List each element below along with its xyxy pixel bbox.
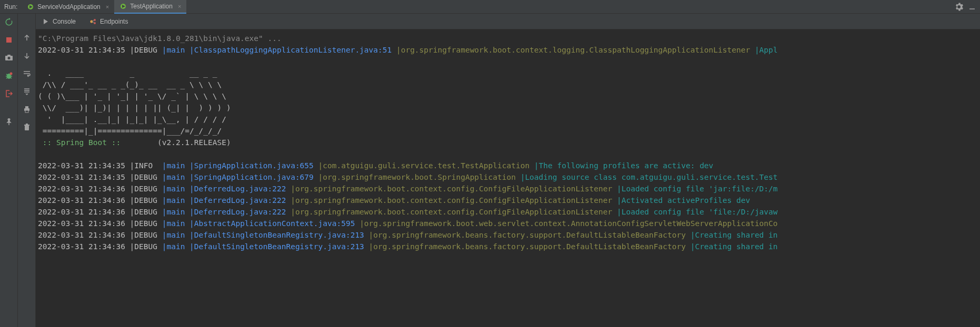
- svg-rect-5: [6, 37, 12, 43]
- run-top-bar: Run: ServiceVodApplication × TestApplica…: [0, 0, 980, 14]
- spring-banner: . ____ _ __ _ _ /\\ / ___'_ __ _ _(_)_ _…: [38, 69, 231, 135]
- tab-label: Console: [53, 18, 76, 25]
- tab-endpoints[interactable]: Endpoints: [87, 16, 130, 27]
- tab-console[interactable]: Console: [40, 16, 78, 27]
- sub-tabs: Console Endpoints: [36, 14, 980, 29]
- run-tab-label: ServiceVodApplication: [37, 3, 100, 11]
- bug-icon[interactable]: [4, 70, 14, 81]
- log-line: 2022-03-31 21:34:36 |DEBUG |main |Defaul…: [38, 231, 778, 239]
- run-tab-label: TestApplication: [130, 3, 173, 10]
- camera-icon[interactable]: [4, 53, 14, 63]
- console-output[interactable]: "C:\Program Files\Java\jdk1.8.0_281\bin\…: [36, 29, 980, 327]
- print-icon[interactable]: [22, 104, 32, 115]
- spring-boot-line: :: Spring Boot :: (v2.2.1.RELEASE): [38, 138, 231, 147]
- log-line: 2022-03-31 21:34:35 |DEBUG |main |Classp…: [38, 46, 778, 54]
- svg-rect-19: [25, 110, 28, 113]
- svg-line-12: [6, 74, 8, 75]
- pin-icon[interactable]: [4, 117, 14, 127]
- scroll-to-end-icon[interactable]: [22, 86, 32, 97]
- close-icon[interactable]: ×: [178, 3, 181, 9]
- left-toolbar: [0, 14, 18, 327]
- log-line: 2022-03-31 21:34:36 |DEBUG |main |Deferr…: [38, 185, 778, 193]
- log-line: 2022-03-31 21:34:35 |DEBUG |main |Spring…: [38, 173, 778, 181]
- run-tab-testapplication[interactable]: TestApplication ×: [114, 0, 186, 14]
- log-line: 2022-03-31 21:34:35 |INFO |main |SpringA…: [38, 161, 713, 170]
- svg-rect-18: [25, 106, 28, 108]
- log-line: 2022-03-31 21:34:36 |DEBUG |main |Abstra…: [38, 219, 778, 228]
- exit-icon[interactable]: [4, 88, 14, 99]
- cmd-line: "C:\Program Files\Java\jdk1.8.0_281\bin\…: [38, 34, 282, 43]
- log-line: 2022-03-31 21:34:36 |DEBUG |main |Deferr…: [38, 208, 778, 216]
- spring-run-icon: [119, 3, 127, 10]
- console-icon: [42, 18, 49, 25]
- up-arrow-icon[interactable]: [22, 33, 32, 43]
- run-label: Run:: [4, 3, 17, 11]
- log-line: 2022-03-31 21:34:36 |DEBUG |main |Defaul…: [38, 242, 778, 251]
- console-toolbar: [18, 14, 36, 327]
- svg-point-16: [9, 73, 12, 75]
- svg-point-8: [7, 57, 10, 59]
- stop-button[interactable]: [4, 35, 14, 45]
- run-tab-servicevod[interactable]: ServiceVodApplication ×: [22, 0, 114, 14]
- soft-wrap-icon[interactable]: [22, 68, 32, 79]
- gear-icon[interactable]: [955, 3, 963, 11]
- svg-rect-21: [24, 125, 29, 126]
- minimize-icon[interactable]: [968, 3, 976, 11]
- svg-rect-20: [25, 126, 29, 130]
- log-line: 2022-03-31 21:34:36 |DEBUG |main |Deferr…: [38, 196, 750, 205]
- down-arrow-icon[interactable]: [22, 50, 32, 61]
- main-area: Console Endpoints "C:\Program Files\Java…: [0, 14, 980, 327]
- svg-rect-7: [7, 55, 11, 56]
- endpoints-icon: [89, 18, 97, 25]
- svg-line-15: [10, 78, 12, 79]
- svg-line-14: [6, 78, 8, 79]
- close-icon[interactable]: ×: [106, 4, 109, 10]
- spring-run-icon: [27, 3, 34, 11]
- trash-icon[interactable]: [22, 122, 32, 132]
- content-pane: Console Endpoints "C:\Program Files\Java…: [36, 14, 980, 327]
- tab-label: Endpoints: [100, 18, 128, 25]
- svg-rect-22: [26, 124, 28, 125]
- svg-marker-23: [44, 19, 48, 24]
- rerun-button[interactable]: [4, 17, 14, 27]
